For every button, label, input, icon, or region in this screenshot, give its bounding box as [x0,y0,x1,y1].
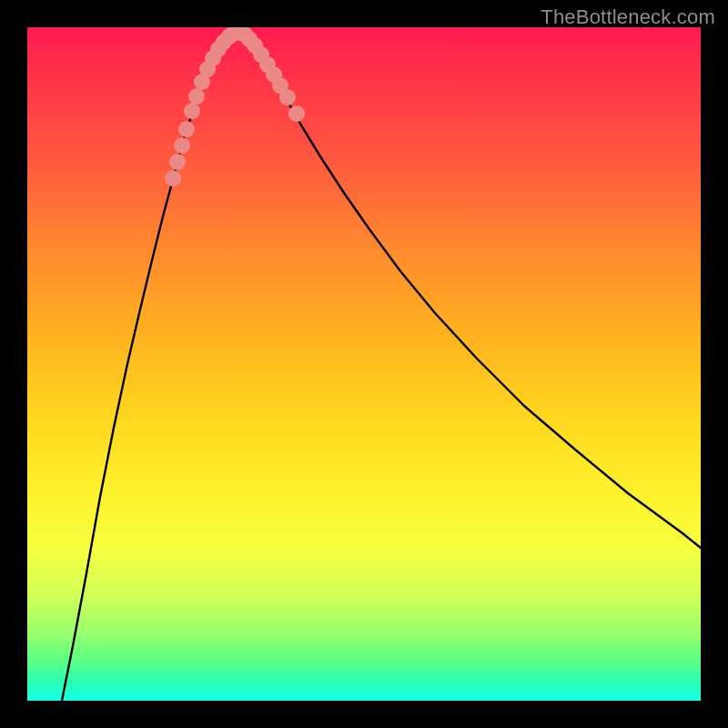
data-dot [184,103,200,119]
data-dot [178,121,195,137]
data-dot [165,170,181,187]
curve-layer [62,32,701,701]
dots-layer [165,27,305,187]
data-dot [279,89,296,106]
chart-frame: TheBottleneck.com [0,0,728,728]
data-dot [169,154,186,170]
watermark-text: TheBottleneck.com [541,5,715,29]
curve-right-branch [245,35,701,548]
plot-area [27,27,701,701]
data-dot [188,88,205,105]
chart-svg [27,27,701,701]
data-dot [288,106,305,122]
data-dot [174,137,190,154]
curve-left-branch [62,35,230,701]
